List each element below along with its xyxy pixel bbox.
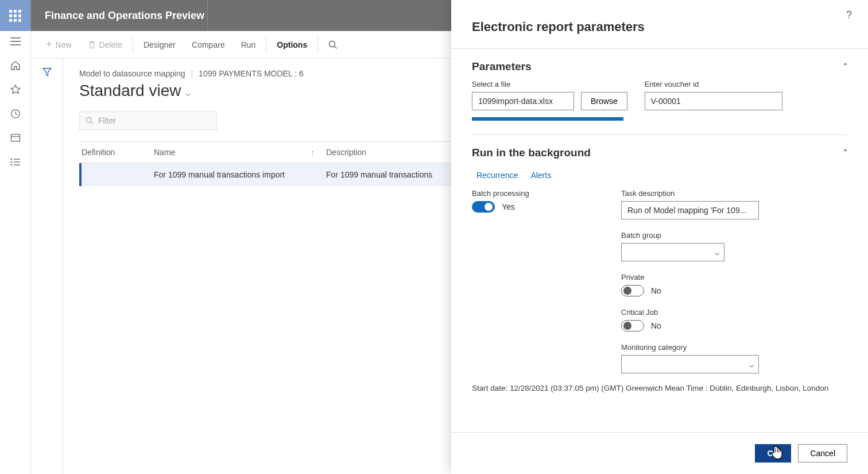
section-background-label: Run in the background — [472, 147, 591, 159]
cell-name: For 1099 manual transactions import — [154, 170, 326, 179]
filter-input[interactable]: Filter — [79, 111, 217, 130]
svg-point-3 — [10, 161, 12, 163]
critical-job-value: No — [651, 321, 661, 330]
svg-point-5 — [330, 41, 335, 47]
panel-footer: OK Cancel — [451, 432, 868, 474]
separator — [317, 37, 318, 53]
batch-processing-label: Batch processing — [472, 189, 587, 198]
home-icon[interactable] — [10, 60, 21, 71]
monitoring-category-select[interactable]: ⌵ — [621, 355, 759, 373]
trash-icon — [88, 41, 96, 49]
task-description-input[interactable] — [621, 201, 759, 219]
private-label: Private — [621, 273, 759, 282]
upload-progress — [472, 117, 623, 121]
svg-rect-1 — [11, 134, 20, 141]
chevron-up-icon: ˄ — [843, 62, 847, 71]
cancel-button[interactable]: Cancel — [798, 444, 847, 463]
col-header-definition[interactable]: Definition — [79, 148, 154, 157]
svg-point-2 — [10, 159, 12, 160]
parameters-panel: ? Electronic report parameters Parameter… — [451, 0, 868, 474]
plus-icon — [46, 38, 52, 51]
search-icon — [86, 117, 94, 125]
new-label: New — [56, 40, 72, 49]
delete-label: Delete — [99, 40, 122, 49]
critical-job-toggle[interactable] — [621, 320, 644, 332]
private-toggle[interactable] — [621, 285, 644, 296]
alerts-link[interactable]: Alerts — [530, 171, 551, 180]
help-button[interactable]: ? — [846, 9, 852, 21]
recent-icon[interactable] — [10, 108, 21, 120]
section-parameters-label: Parameters — [472, 60, 532, 73]
filter-column — [31, 59, 63, 474]
task-description-label: Task description — [621, 189, 759, 198]
options-button[interactable]: Options — [269, 31, 315, 59]
voucher-label: Enter voucher id — [645, 80, 782, 88]
separator — [266, 37, 266, 53]
chevron-down-icon: ⌵ — [185, 87, 191, 98]
favorites-icon[interactable] — [10, 84, 21, 95]
batch-group-select[interactable]: ⌵ — [621, 243, 724, 261]
private-value: No — [651, 286, 661, 295]
browse-button[interactable]: Browse — [581, 92, 627, 110]
chevron-down-icon: ⌵ — [715, 248, 719, 257]
panel-title: Electronic report parameters — [451, 0, 868, 49]
search-icon — [328, 40, 338, 49]
view-title-label: Standard view — [79, 82, 181, 100]
workspaces-icon[interactable] — [10, 132, 21, 144]
monitoring-category-label: Monitoring category — [621, 343, 759, 352]
app-title: Finance and Operations Preview — [31, 10, 204, 22]
batch-processing-toggle[interactable] — [472, 201, 495, 213]
breadcrumb-separator: | — [191, 69, 193, 78]
ok-button[interactable]: OK — [755, 444, 791, 463]
breadcrumb-item[interactable]: Model to datasource mapping — [79, 69, 185, 78]
filter-placeholder: Filter — [98, 116, 116, 125]
new-button[interactable]: New — [38, 31, 80, 59]
left-nav-rail — [0, 31, 31, 474]
menu-toggle-button[interactable] — [10, 36, 21, 47]
sort-ascending-icon: ↑ — [311, 148, 315, 157]
designer-button[interactable]: Designer — [135, 31, 184, 59]
run-button[interactable]: Run — [233, 31, 264, 59]
section-background-header[interactable]: Run in the background ˄ — [472, 135, 847, 166]
col-header-name[interactable]: Name ↑ — [154, 148, 326, 157]
critical-job-label: Critical Job — [621, 308, 759, 317]
voucher-input[interactable] — [645, 92, 782, 110]
start-date-text: Start date: 12/28/2021 (03:37:05 pm) (GM… — [472, 384, 847, 392]
waffle-icon — [9, 10, 21, 22]
select-file-input[interactable] — [472, 92, 574, 110]
select-file-label: Select a file — [472, 80, 627, 88]
svg-point-6 — [86, 117, 91, 122]
modules-icon[interactable] — [10, 156, 21, 168]
panel-body: Parameters ˄ Select a file Browse Enter … — [451, 49, 868, 432]
batch-group-label: Batch group — [621, 231, 759, 240]
chevron-up-icon: ˄ — [843, 148, 847, 157]
svg-point-4 — [10, 164, 12, 166]
funnel-icon[interactable] — [42, 67, 52, 474]
compare-button[interactable]: Compare — [184, 31, 233, 59]
recurrence-link[interactable]: Recurrence — [476, 171, 518, 180]
delete-button[interactable]: Delete — [80, 31, 130, 59]
search-button[interactable] — [320, 31, 346, 59]
chevron-down-icon: ⌵ — [749, 360, 754, 369]
section-parameters-header[interactable]: Parameters ˄ — [472, 49, 847, 80]
batch-processing-value: Yes — [502, 202, 515, 211]
separator — [133, 37, 133, 53]
app-launcher-button[interactable] — [0, 0, 30, 31]
breadcrumb-item: 1099 PAYMENTS MODEL : 6 — [199, 69, 304, 78]
